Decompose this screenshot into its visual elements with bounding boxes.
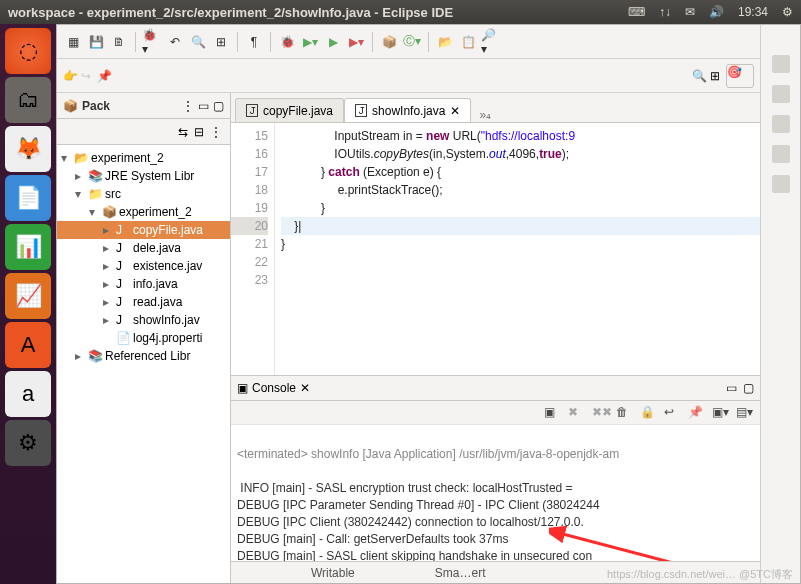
new-class-icon[interactable]: Ⓒ▾: [402, 32, 422, 52]
launcher-firefox[interactable]: 🦊: [5, 126, 51, 172]
package-explorer: 📦 Pack ⋮ ▭ ▢ ⇆ ⊟ ⋮ ▾📂experiment_2▸📚JRE S…: [57, 93, 231, 583]
console-output[interactable]: <terminated> showInfo [Java Application]…: [231, 425, 760, 561]
launcher-amazon[interactable]: a: [5, 371, 51, 417]
view-menu-icon[interactable]: ⋮: [182, 99, 194, 113]
tree-node[interactable]: ▾📁src: [57, 185, 230, 203]
launcher-ubuntu[interactable]: ◌: [5, 28, 51, 74]
more-tabs-icon[interactable]: »₄: [479, 108, 491, 122]
tree-node[interactable]: ▸JshowInfo.jav: [57, 311, 230, 329]
console-icon: ▣: [237, 381, 248, 395]
word-wrap-icon[interactable]: ↩: [664, 405, 680, 421]
tree-node[interactable]: 📄log4j.properti: [57, 329, 230, 347]
tree-node[interactable]: ▸Jinfo.java: [57, 275, 230, 293]
outline2-icon[interactable]: [772, 175, 790, 193]
launcher-software[interactable]: A: [5, 322, 51, 368]
filter-icon[interactable]: ⋮: [210, 125, 222, 139]
remove-launch-icon[interactable]: ✖: [568, 405, 584, 421]
maximize-icon[interactable]: ▢: [213, 99, 224, 113]
right-trim: [760, 25, 800, 583]
tree-node[interactable]: ▸📚Referenced Libr: [57, 347, 230, 365]
bookmark-icon[interactable]: [772, 115, 790, 133]
status-insert: Sma…ert: [435, 566, 486, 580]
keyboard-icon[interactable]: ⌨: [628, 5, 645, 19]
watermark: https://blog.csdn.net/wei… @5TC博客: [607, 567, 793, 582]
launcher-writer[interactable]: 📄: [5, 175, 51, 221]
line-gutter: 151617181920212223: [231, 123, 275, 375]
new-package-icon[interactable]: 📦: [379, 32, 399, 52]
unity-launcher: ◌🗂🦊📄📊📈Aa⚙: [0, 24, 56, 584]
console-max-icon[interactable]: ▢: [743, 381, 754, 395]
paragraph-icon[interactable]: ¶: [244, 32, 264, 52]
task-list-icon[interactable]: [772, 85, 790, 103]
code-editor[interactable]: 151617181920212223 InputStream in = new …: [231, 123, 760, 375]
coverage-icon[interactable]: ▶: [323, 32, 343, 52]
terminate-icon[interactable]: ▣: [544, 405, 560, 421]
tree-node[interactable]: ▾📂experiment_2: [57, 149, 230, 167]
quick-access-icon[interactable]: 🔍: [692, 69, 707, 83]
java-perspective-icon[interactable]: 🎯: [726, 64, 754, 88]
pin-console-icon[interactable]: 📌: [688, 405, 704, 421]
tree-node[interactable]: ▸📚JRE System Libr: [57, 167, 230, 185]
pin-icon[interactable]: 📌: [97, 69, 112, 83]
open-task-icon[interactable]: 📋: [458, 32, 478, 52]
window-title: workspace - experiment_2/src/experiment_…: [8, 5, 453, 20]
close-tab-icon[interactable]: ✕: [450, 104, 460, 118]
minimize-icon[interactable]: ▭: [198, 99, 209, 113]
ext-tools-icon[interactable]: ▶▾: [346, 32, 366, 52]
run-icon[interactable]: ▶▾: [300, 32, 320, 52]
tree-node[interactable]: ▸Jdele.java: [57, 239, 230, 257]
problems-icon[interactable]: [772, 145, 790, 163]
network-icon[interactable]: ↑↓: [659, 5, 671, 19]
search-icon[interactable]: 🔍: [188, 32, 208, 52]
clear-console-icon[interactable]: 🗑: [616, 405, 632, 421]
console-title: Console: [252, 381, 296, 395]
java-file-icon: 🄹: [355, 104, 367, 118]
toggle-icon[interactable]: ⊞: [211, 32, 231, 52]
messages-icon[interactable]: ✉: [685, 5, 695, 19]
scroll-lock-icon[interactable]: 🔒: [640, 405, 656, 421]
tree-node[interactable]: ▸Jread.java: [57, 293, 230, 311]
code-area[interactable]: InputStream in = new URL("hdfs://localho…: [275, 123, 760, 375]
editor-tabs: 🄹copyFile.java🄹showInfo.java ✕»₄: [231, 93, 760, 123]
display-select-icon[interactable]: ▣▾: [712, 405, 728, 421]
new-icon[interactable]: ▦: [63, 32, 83, 52]
launcher-calc[interactable]: 📊: [5, 224, 51, 270]
save-all-icon[interactable]: 🗎: [109, 32, 129, 52]
clock[interactable]: 19:34: [738, 5, 768, 19]
project-tree[interactable]: ▾📂experiment_2▸📚JRE System Libr▾📁src▾📦ex…: [57, 145, 230, 583]
remove-all-icon[interactable]: ✖✖: [592, 405, 608, 421]
volume-icon[interactable]: 🔊: [709, 5, 724, 19]
console-view: ▣ Console ✕ ▭ ▢ ▣ ✖ ✖✖ 🗑 🔒: [231, 375, 760, 561]
open-perspective-icon[interactable]: ⊞: [710, 69, 720, 83]
outline-icon[interactable]: [772, 55, 790, 73]
tree-node[interactable]: ▸Jexistence.jav: [57, 257, 230, 275]
nav-back-icon[interactable]: 👉: [63, 69, 78, 83]
secondary-toolbar: 👉 ↪ 📌 🔍 ⊞ 🎯: [57, 59, 760, 93]
system-menubar: workspace - experiment_2/src/experiment_…: [0, 0, 801, 24]
save-icon[interactable]: 💾: [86, 32, 106, 52]
launcher-files[interactable]: 🗂: [5, 77, 51, 123]
tree-node[interactable]: ▾📦experiment_2: [57, 203, 230, 221]
nav-fwd-icon[interactable]: ↪: [81, 69, 91, 83]
open-console-icon[interactable]: ▤▾: [736, 405, 752, 421]
system-tray: ⌨ ↑↓ ✉ 🔊 19:34 ⚙: [628, 5, 793, 19]
collapse-all-icon[interactable]: ⇆: [178, 125, 188, 139]
open-type-icon[interactable]: 📂: [435, 32, 455, 52]
editor-tab[interactable]: 🄹copyFile.java: [235, 98, 344, 122]
java-file-icon: 🄹: [246, 104, 258, 118]
package-icon: 📦: [63, 99, 78, 113]
link-editor-icon[interactable]: ⊟: [194, 125, 204, 139]
launcher-settings[interactable]: ⚙: [5, 420, 51, 466]
tree-node[interactable]: ▸JcopyFile.java: [57, 221, 230, 239]
console-min-icon[interactable]: ▭: [726, 381, 737, 395]
debug-config-icon[interactable]: 🐞▾: [142, 32, 162, 52]
console-close-icon[interactable]: ✕: [300, 381, 310, 395]
search2-icon[interactable]: 🔎▾: [481, 32, 501, 52]
launcher-impress[interactable]: 📈: [5, 273, 51, 319]
undo-icon[interactable]: ↶: [165, 32, 185, 52]
debug-icon[interactable]: 🐞: [277, 32, 297, 52]
editor-tab[interactable]: 🄹showInfo.java ✕: [344, 98, 471, 122]
package-explorer-title: Pack: [82, 99, 110, 113]
main-toolbar: ▦ 💾 🗎 🐞▾ ↶ 🔍 ⊞ ¶ 🐞 ▶▾ ▶ ▶▾ 📦 Ⓒ▾ 📂 📋 🔎▾: [57, 25, 760, 59]
power-icon[interactable]: ⚙: [782, 5, 793, 19]
